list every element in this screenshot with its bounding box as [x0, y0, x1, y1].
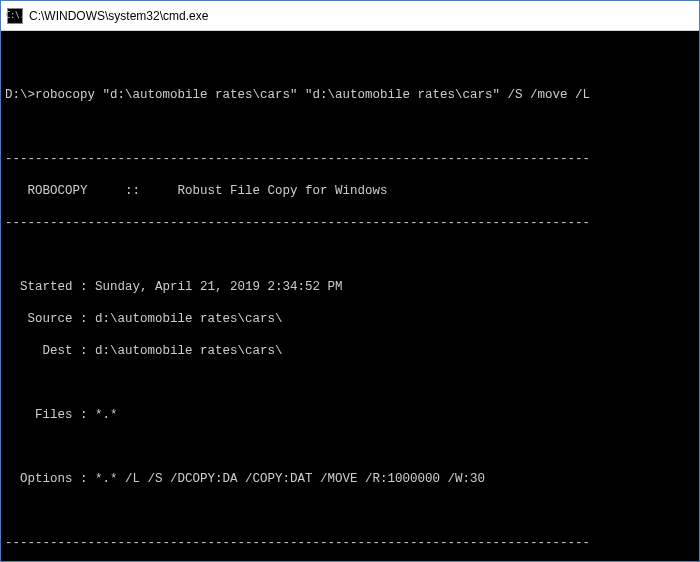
blank-line — [5, 55, 695, 71]
dest-line: Dest : d:\automobile rates\cars\ — [5, 343, 695, 359]
cmd-icon: C:\. — [7, 8, 23, 24]
started-line: Started : Sunday, April 21, 2019 2:34:52… — [5, 279, 695, 295]
title-bar[interactable]: C:\. C:\WINDOWS\system32\cmd.exe — [1, 1, 699, 31]
prompt-command: D:\>robocopy "d:\automobile rates\cars" … — [5, 87, 695, 103]
blank-line — [5, 439, 695, 455]
terminal-output[interactable]: D:\>robocopy "d:\automobile rates\cars" … — [1, 31, 699, 561]
blank-line — [5, 247, 695, 263]
divider: ----------------------------------------… — [5, 215, 695, 231]
divider: ----------------------------------------… — [5, 535, 695, 551]
robocopy-banner: ROBOCOPY :: Robust File Copy for Windows — [5, 183, 695, 199]
source-line: Source : d:\automobile rates\cars\ — [5, 311, 695, 327]
blank-line — [5, 503, 695, 519]
divider: ----------------------------------------… — [5, 151, 695, 167]
options-line: Options : *.* /L /S /DCOPY:DA /COPY:DAT … — [5, 471, 695, 487]
files-line: Files : *.* — [5, 407, 695, 423]
blank-line — [5, 375, 695, 391]
cmd-window: C:\. C:\WINDOWS\system32\cmd.exe D:\>rob… — [0, 0, 700, 562]
blank-line — [5, 119, 695, 135]
window-title: C:\WINDOWS\system32\cmd.exe — [29, 9, 208, 23]
